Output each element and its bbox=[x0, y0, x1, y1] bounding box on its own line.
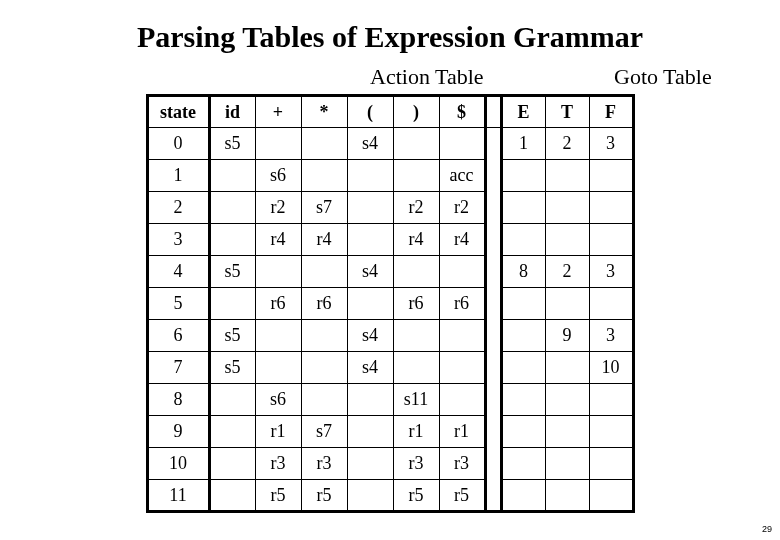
goto-cell bbox=[501, 160, 545, 192]
goto-cell bbox=[589, 224, 633, 256]
table-gap bbox=[485, 320, 501, 352]
action-cell: s7 bbox=[301, 416, 347, 448]
action-cell: r3 bbox=[439, 448, 485, 480]
goto-cell bbox=[545, 224, 589, 256]
action-cell: r1 bbox=[439, 416, 485, 448]
goto-cell bbox=[501, 288, 545, 320]
goto-cell: 2 bbox=[545, 256, 589, 288]
action-cell bbox=[393, 256, 439, 288]
action-cell bbox=[209, 448, 255, 480]
goto-cell: 8 bbox=[501, 256, 545, 288]
action-cell bbox=[347, 448, 393, 480]
action-cell: s4 bbox=[347, 320, 393, 352]
action-cell: s5 bbox=[209, 128, 255, 160]
goto-cell: 2 bbox=[545, 128, 589, 160]
goto-cell bbox=[589, 160, 633, 192]
goto-cell bbox=[501, 448, 545, 480]
goto-cell bbox=[545, 192, 589, 224]
goto-cell: 9 bbox=[545, 320, 589, 352]
state-cell: 6 bbox=[147, 320, 209, 352]
table-gap bbox=[485, 224, 501, 256]
goto-cell: 1 bbox=[501, 128, 545, 160]
action-cell bbox=[209, 480, 255, 512]
table-gap bbox=[485, 384, 501, 416]
table-gap bbox=[485, 96, 501, 128]
action-cell: r2 bbox=[255, 192, 301, 224]
action-cell bbox=[301, 256, 347, 288]
state-cell: 7 bbox=[147, 352, 209, 384]
goto-cell bbox=[545, 448, 589, 480]
action-cell: r3 bbox=[301, 448, 347, 480]
table-gap bbox=[485, 448, 501, 480]
action-cell: r3 bbox=[393, 448, 439, 480]
action-cell: r3 bbox=[255, 448, 301, 480]
table-gap bbox=[485, 160, 501, 192]
goto-cell bbox=[501, 480, 545, 512]
goto-cell bbox=[589, 416, 633, 448]
action-cell bbox=[439, 320, 485, 352]
goto-cell: 3 bbox=[589, 256, 633, 288]
action-cell bbox=[393, 352, 439, 384]
action-cell bbox=[439, 256, 485, 288]
col-header-action: * bbox=[301, 96, 347, 128]
action-cell: s4 bbox=[347, 352, 393, 384]
state-cell: 2 bbox=[147, 192, 209, 224]
col-header-goto: T bbox=[545, 96, 589, 128]
col-header-action: + bbox=[255, 96, 301, 128]
action-cell: r2 bbox=[393, 192, 439, 224]
action-cell: r5 bbox=[255, 480, 301, 512]
goto-cell bbox=[501, 384, 545, 416]
goto-cell bbox=[589, 480, 633, 512]
action-cell bbox=[347, 416, 393, 448]
action-cell bbox=[347, 192, 393, 224]
goto-cell bbox=[545, 416, 589, 448]
action-cell: r5 bbox=[439, 480, 485, 512]
action-cell: r6 bbox=[255, 288, 301, 320]
table-gap bbox=[485, 480, 501, 512]
action-cell bbox=[347, 384, 393, 416]
action-cell bbox=[393, 320, 439, 352]
action-cell bbox=[301, 320, 347, 352]
goto-cell bbox=[589, 192, 633, 224]
goto-cell bbox=[589, 384, 633, 416]
state-cell: 11 bbox=[147, 480, 209, 512]
action-cell bbox=[209, 288, 255, 320]
action-cell: s5 bbox=[209, 256, 255, 288]
table-gap bbox=[485, 256, 501, 288]
action-cell bbox=[301, 128, 347, 160]
action-cell: s5 bbox=[209, 320, 255, 352]
action-cell: acc bbox=[439, 160, 485, 192]
state-cell: 9 bbox=[147, 416, 209, 448]
action-cell bbox=[301, 160, 347, 192]
goto-cell: 3 bbox=[589, 320, 633, 352]
action-cell: s4 bbox=[347, 128, 393, 160]
action-cell bbox=[255, 352, 301, 384]
action-cell bbox=[255, 128, 301, 160]
state-cell: 0 bbox=[147, 128, 209, 160]
action-cell bbox=[393, 160, 439, 192]
action-cell bbox=[209, 224, 255, 256]
action-cell bbox=[209, 192, 255, 224]
action-cell: r1 bbox=[393, 416, 439, 448]
action-cell: r5 bbox=[393, 480, 439, 512]
section-label-action: Action Table bbox=[370, 64, 484, 90]
goto-cell bbox=[501, 320, 545, 352]
col-header-action: ( bbox=[347, 96, 393, 128]
action-cell: r6 bbox=[439, 288, 485, 320]
goto-cell bbox=[545, 352, 589, 384]
action-cell: s6 bbox=[255, 384, 301, 416]
state-cell: 8 bbox=[147, 384, 209, 416]
action-cell bbox=[439, 352, 485, 384]
goto-cell bbox=[545, 160, 589, 192]
action-cell bbox=[347, 288, 393, 320]
slide-title: Parsing Tables of Expression Grammar bbox=[30, 20, 750, 54]
state-cell: 5 bbox=[147, 288, 209, 320]
goto-cell bbox=[501, 352, 545, 384]
table-gap bbox=[485, 416, 501, 448]
action-cell: r6 bbox=[393, 288, 439, 320]
col-header-state: state bbox=[147, 96, 209, 128]
section-label-goto: Goto Table bbox=[614, 64, 712, 90]
goto-cell bbox=[545, 288, 589, 320]
state-cell: 1 bbox=[147, 160, 209, 192]
goto-cell: 3 bbox=[589, 128, 633, 160]
